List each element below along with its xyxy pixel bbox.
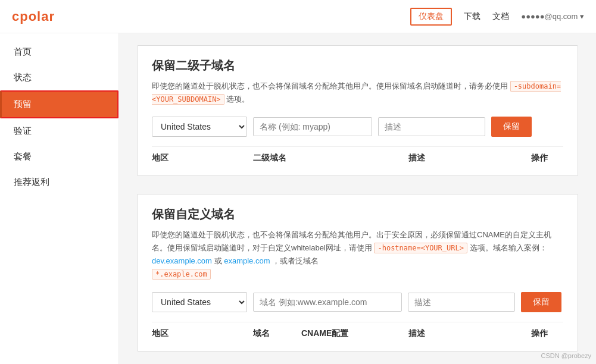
section2-form-row: United States 保留 — [152, 292, 563, 312]
section1-name-input[interactable] — [253, 117, 372, 136]
section2-link1: dev.example.com — [152, 256, 212, 265]
header-nav: 仪表盘 下载 文档 ●●●●●@qq.com ▾ — [410, 8, 584, 26]
section2-col-cname: CNAME配置 — [301, 328, 408, 339]
section1-col-desc: 描述 — [408, 153, 516, 164]
layout: 首页 状态 预留 验证 套餐 推荐返利 保留二级子域名 即使您的隧道处于脱机状态… — [0, 33, 596, 364]
section2-code2: *.exaple.com — [152, 269, 211, 280]
watermark: CSDN @probezy — [541, 352, 591, 359]
section2-domain-input[interactable] — [253, 293, 402, 312]
section2-link2: example.com — [224, 256, 270, 265]
main-content: 保留二级子域名 即使您的隧道处于脱机状态，也不会将保留域名分配给其他用户。使用保… — [119, 33, 596, 364]
section1-region-select[interactable]: United States — [152, 117, 247, 137]
section2-title: 保留自定义域名 — [152, 206, 563, 222]
section1-desc: 即使您的隧道处于脱机状态，也不会将保留域名分配给其他用户。使用保留域名启动隧道时… — [152, 80, 563, 106]
section2-table-header: 地区 域名 CNAME配置 描述 操作 — [152, 322, 563, 339]
section2-col-action: 操作 — [516, 328, 563, 339]
sidebar: 首页 状态 预留 验证 套餐 推荐返利 — [0, 33, 119, 364]
section1-title: 保留二级子域名 — [152, 58, 563, 74]
sidebar-item-plan[interactable]: 套餐 — [0, 144, 118, 170]
reserve-subdomain-section: 保留二级子域名 即使您的隧道处于脱机状态，也不会将保留域名分配给其他用户。使用保… — [137, 45, 578, 176]
sidebar-item-reserve[interactable]: 预留 — [0, 90, 118, 118]
sidebar-item-referral[interactable]: 推荐返利 — [0, 170, 118, 195]
user-menu[interactable]: ●●●●●@qq.com ▾ — [521, 12, 584, 21]
dashboard-button[interactable]: 仪表盘 — [410, 8, 452, 26]
docs-link[interactable]: 文档 — [492, 11, 509, 22]
download-link[interactable]: 下载 — [464, 11, 480, 22]
reserve-custom-domain-section: 保留自定义域名 即使您的隧道处于脱机状态，也不会将保留域名分配给其他用户。出于安… — [137, 194, 578, 351]
section1-reserve-button[interactable]: 保留 — [491, 117, 532, 137]
section1-col-subdomain: 二级域名 — [253, 153, 408, 164]
section1-form-row: United States 保留 — [152, 117, 563, 137]
header: cpolar 仪表盘 下载 文档 ●●●●●@qq.com ▾ — [0, 0, 596, 33]
section1-desc-input[interactable] — [378, 117, 485, 136]
section2-col-domain: 域名 — [253, 328, 301, 339]
sidebar-item-home[interactable]: 首页 — [0, 39, 118, 65]
sidebar-item-auth[interactable]: 验证 — [0, 118, 118, 144]
section2-col-desc: 描述 — [408, 328, 516, 339]
section1-table-header: 地区 二级域名 描述 操作 — [152, 146, 563, 164]
section1-col-action: 操作 — [516, 153, 563, 164]
sidebar-item-status[interactable]: 状态 — [0, 65, 118, 90]
section1-col-region: 地区 — [152, 153, 253, 164]
logo: cpolar — [12, 9, 55, 24]
section2-col-region: 地区 — [152, 328, 253, 339]
section2-code1: -hostname=<YOUR_URL> — [374, 243, 467, 253]
section2-desc: 即使您的隧道处于脱机状态，也不会将保留域名分配给其他用户。出于安全原因，必须保留… — [152, 228, 563, 281]
section2-desc-input[interactable] — [408, 293, 515, 312]
section2-region-select[interactable]: United States — [152, 292, 247, 312]
section2-reserve-button[interactable]: 保留 — [521, 292, 561, 312]
